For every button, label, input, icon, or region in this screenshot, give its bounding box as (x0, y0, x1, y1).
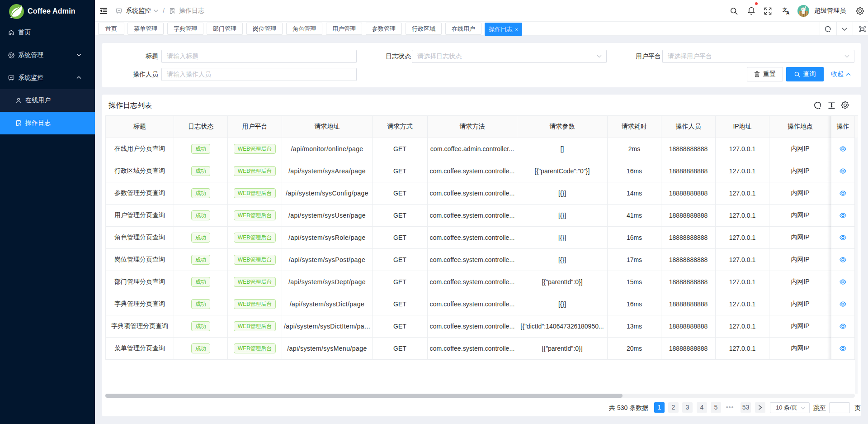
svg-text:A: A (786, 10, 789, 15)
